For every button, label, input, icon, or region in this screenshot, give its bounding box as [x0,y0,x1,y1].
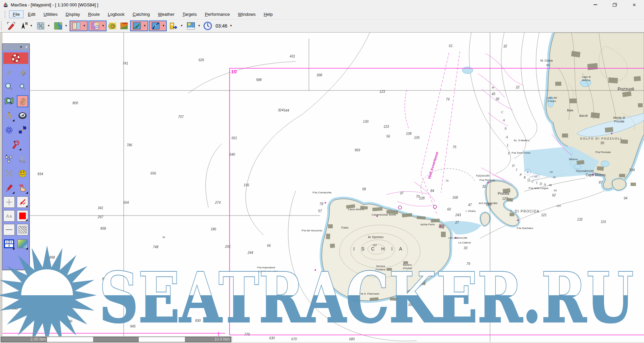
svg-text:D: D [512,164,515,167]
vector-chart-dropdown-arrow[interactable]: ▼ [101,25,106,27]
route-segment-tool[interactable]: + [17,124,28,136]
weather-display-button[interactable] [186,21,196,31]
menu-item-performance[interactable]: Performance [201,10,233,18]
menu-item-display[interactable]: Display [62,10,84,18]
north-up-button[interactable]: N [18,21,29,31]
centering-button[interactable] [168,21,179,31]
pan-tool-selected[interactable] [17,95,28,107]
polygon-zone-tool[interactable]: + [3,153,15,165]
svg-text:P.ta della Lingua: P.ta della Lingua [529,187,549,190]
menu-item-weather[interactable]: Weather [154,10,178,18]
layout-123-icon: 123 [4,239,14,248]
red-arrow-icon [18,198,27,206]
target-tool[interactable] [3,124,15,136]
color-picker-option[interactable] [17,210,28,222]
mob-button[interactable] [3,52,28,64]
centering-dropdown-arrow[interactable]: ▼ [179,25,184,27]
fill-pattern-option[interactable] [17,224,28,235]
svg-text:57: 57 [318,209,322,213]
app-logo-icon [3,2,9,8]
north-arrow-icon: N [19,22,28,30]
svg-text:27: 27 [455,221,459,224]
menu-item-logbook[interactable]: Logbook [104,10,128,18]
svg-text:56: 56 [386,135,390,138]
pen-tool-disabled[interactable] [3,66,15,78]
zoom-out-tool[interactable] [17,81,28,93]
divider-tool[interactable] [3,110,15,122]
chart-thumbnail-tool[interactable] [17,238,28,250]
svg-text:I. Vivara: I. Vivara [466,209,476,213]
close-button[interactable]: × [625,0,644,9]
svg-text:291: 291 [225,245,231,249]
svg-text:186: 186 [211,227,216,231]
palette-close-icon[interactable]: × [25,45,28,49]
bathy-contour-button[interactable] [107,21,118,31]
restore-button[interactable] [605,0,625,9]
add-mark-tool[interactable]: + [10,139,22,151]
svg-text:Barano: Barano [403,263,412,266]
svg-text:770: 770 [244,333,250,336]
world-chart-button[interactable] [53,21,64,31]
menu-item-edit[interactable]: Edit [24,10,39,18]
scale-segment [47,337,93,342]
svg-text:Fl(2)10s80m16M: Fl(2)10s80m16M [576,170,594,173]
svg-text:A: A [502,118,505,122]
menu-item-route[interactable]: Route [84,10,104,18]
svg-text:84: 84 [430,189,434,193]
raster-chart-group: ▼ [70,21,88,31]
chart-view[interactable]: 7416264316158839832412379800707544130108… [0,32,644,343]
draw-pencil-tool[interactable] [3,182,15,194]
arrow-style-option[interactable] [17,196,28,208]
cut-tool[interactable] [17,153,28,165]
raster-chart-button[interactable] [71,21,82,31]
relief-shading-icon [120,22,128,30]
window-layout-tool[interactable]: 123 [3,238,15,250]
svg-text:123: 123 [384,125,389,128]
world-chart-dropdown-arrow[interactable]: ▼ [64,25,69,27]
grid-button[interactable] [35,21,46,31]
raster-chart-dropdown-arrow[interactable]: ▼ [82,25,87,27]
chart3d-dropdown-arrow[interactable]: ▼ [143,25,147,27]
chart-overview-tool[interactable] [3,95,15,107]
eraser-tool-disabled[interactable] [17,66,28,78]
menu-item-targets[interactable]: Targets [179,10,201,18]
fun-smiley-tool[interactable] [17,167,28,180]
relief-shading-button[interactable] [119,21,129,31]
move-data-tool[interactable] [3,167,15,180]
grid-dropdown-arrow[interactable]: ▼ [46,25,51,27]
line-style-option[interactable] [3,224,15,235]
routes-display-dropdown-arrow[interactable]: ▼ [161,25,166,27]
bearing-compass-tool[interactable] [17,110,28,122]
time-dropdown-arrow[interactable]: ▼ [229,25,233,27]
toolbar-grip [1,22,3,30]
zoom-in-tool[interactable] [3,81,15,93]
vector-chart-button[interactable] [90,21,100,31]
svg-text:244: 244 [247,251,253,255]
weather-dropdown-arrow[interactable]: ▼ [197,25,201,27]
svg-text:128: 128 [419,196,425,200]
svg-text:N: N [25,22,28,26]
svg-text:58: 58 [362,187,366,191]
divider-compass-icon [5,111,13,120]
menu-item-help[interactable]: Help [260,10,277,18]
nautical-chart[interactable]: 7416264316158839832412379800707544130108… [0,33,644,343]
text-style-option[interactable]: Aa [3,210,15,222]
clock-button[interactable] [202,21,213,31]
palette-header[interactable]: ▼ × [2,44,29,50]
route-pen-button[interactable] [6,21,16,31]
chart3d-button[interactable] [131,21,142,31]
crosshair-cursor-option[interactable] [3,196,15,208]
svg-text:36: 36 [495,97,499,101]
menu-item-file[interactable]: File [9,10,24,18]
svg-text:I: I [536,181,537,185]
palette-menu-icon[interactable]: ▼ [19,45,23,49]
svg-text:670: 670 [291,337,297,341]
hand-pan-icon [18,97,27,106]
manual-input-tool[interactable] [17,182,28,194]
minimize-button[interactable] [586,0,605,9]
menu-item-catching[interactable]: Catching [129,10,154,18]
menu-item-utilities[interactable]: Utilities [40,10,61,18]
routes-display-button[interactable] [150,21,161,31]
north-dropdown-arrow[interactable]: ▼ [29,25,34,27]
menu-item-windows[interactable]: Windows [234,10,259,18]
